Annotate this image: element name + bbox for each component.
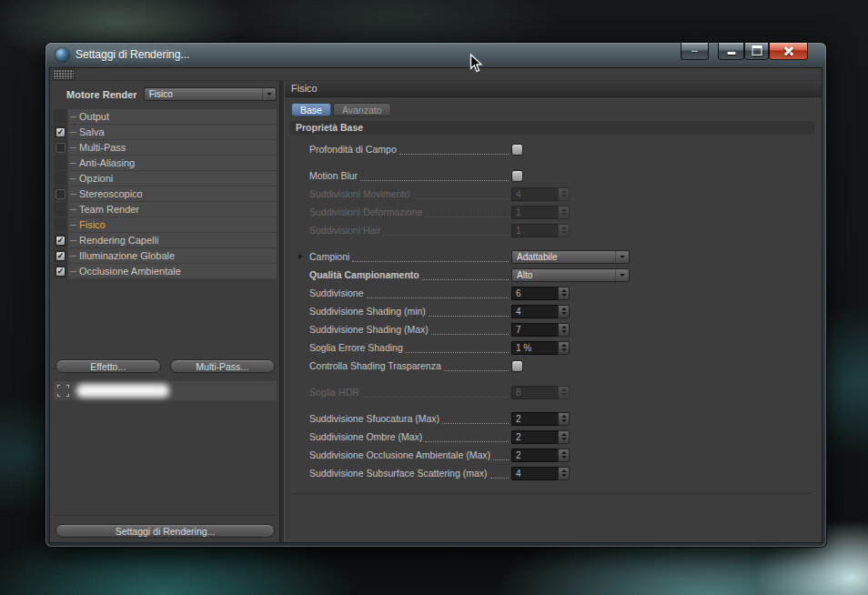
checked-checkbox[interactable]: ✓	[54, 125, 67, 139]
campioni-dropdown[interactable]: Adattabile	[511, 250, 630, 264]
param-row-profondita-di-campo: Profondità di Campo	[289, 140, 814, 158]
spinner-arrows-icon[interactable]	[558, 187, 570, 201]
param-label: Soglia Errore Shading	[309, 342, 403, 353]
param-label: Suddivisione Subsurface Scattering (max)	[309, 468, 488, 479]
suddivisioni-movimento-value-field[interactable]: 4	[511, 187, 558, 201]
suddivisioni-hair-value-field[interactable]: 1	[511, 224, 558, 237]
render-settings-button[interactable]: Settaggi di Rendering...	[56, 524, 275, 538]
checked-checkbox[interactable]: ✓	[54, 233, 67, 247]
tree-item-illuminazione-globale[interactable]: ✓Illuminazione Globale	[54, 248, 277, 263]
preset-row[interactable]	[54, 381, 277, 400]
spinner-arrows-icon[interactable]	[558, 323, 570, 337]
tree-item-stereoscopico[interactable]: Stereoscopico	[54, 187, 277, 201]
spinner-arrows-icon[interactable]	[558, 412, 570, 426]
tab-base[interactable]: Base	[291, 103, 331, 116]
suddivisioni-movimento-spinner: 4	[511, 187, 570, 201]
minimize-button[interactable]	[718, 43, 744, 60]
tab-avanzato[interactable]: Avanzato	[333, 103, 391, 116]
param-label: Suddivisione Ombre (Max)	[309, 431, 422, 442]
tree-checkbox-cell	[54, 109, 67, 124]
suddivisioni-deformazione-value-field[interactable]: 1	[511, 206, 558, 219]
spinner-arrows-icon[interactable]	[558, 287, 570, 300]
param-row-suddivisioni-deformazione: Suddivisioni Deformazione1	[289, 203, 814, 221]
spinner-arrows-icon[interactable]	[558, 386, 570, 399]
tree-item-fisico[interactable]: Fisico	[54, 217, 277, 232]
qualita-campionamento-dropdown[interactable]: Alto	[511, 268, 630, 282]
checked-checkbox[interactable]: ✓	[54, 264, 67, 278]
suddivisione-ombre-max-value-field[interactable]: 2	[511, 430, 558, 444]
tree-item-salva[interactable]: ✓Salva	[54, 125, 277, 139]
window-title: Settaggi di Rendering...	[76, 48, 189, 61]
suddivisione-ombre-max-spinner: 2	[511, 430, 570, 444]
soglia-errore-shading-spinner: 1 %	[511, 341, 570, 355]
tree-item-rendering-capelli[interactable]: ✓Rendering Capelli	[54, 233, 277, 247]
tree-item-multi-pass[interactable]: Multi-Pass	[54, 140, 277, 155]
tree-item-output[interactable]: Output	[54, 109, 277, 124]
suddivisione-subsurface-scattering-max-value-field[interactable]: 4	[511, 467, 558, 480]
spacer	[54, 279, 277, 359]
mouse-cursor	[469, 54, 483, 77]
suddivisione-value-field[interactable]: 6	[511, 287, 558, 300]
param-row-suddivisioni-hair: Suddivisioni Hair1	[289, 221, 814, 239]
suddivisione-occlusione-ambientale-max-value-field[interactable]: 2	[511, 449, 558, 462]
title-bar[interactable]: Settaggi di Rendering...	[45, 43, 826, 67]
render-engine-dropdown[interactable]: Fisico	[144, 87, 277, 101]
expander-triangle-icon[interactable]	[298, 254, 303, 259]
right-panel-body: Base Avanzato Proprietà Base Profondità …	[285, 97, 822, 542]
param-row-soglia-errore-shading: Soglia Errore Shading1 %	[289, 338, 814, 357]
param-row-suddivisione-occlusione-ambientale-max: Suddivisione Occlusione Ambientale (Max)…	[289, 446, 814, 464]
unchecked-checkbox[interactable]	[54, 187, 67, 201]
param-label: Profondità di Campo	[309, 144, 397, 155]
effect-button[interactable]: Effetto...	[56, 359, 161, 373]
spinner-arrows-icon[interactable]	[558, 341, 570, 355]
app-icon	[56, 48, 69, 62]
tree-item-label: Opzioni	[68, 171, 277, 186]
suddivisione-shading-min-spinner: 4	[511, 305, 570, 318]
dotted-leader	[442, 414, 509, 424]
soglia-errore-shading-value-field[interactable]: 1 %	[511, 341, 558, 355]
controlla-shading-trasparenza-checkbox[interactable]	[511, 360, 523, 372]
suddivisione-shading-max-value-field[interactable]: 7	[511, 323, 558, 337]
motion-blur-checkbox[interactable]	[511, 170, 523, 182]
maximize-button[interactable]	[744, 43, 769, 60]
dialog-content: Motore Render Fisico Output✓SalvaMulti-P…	[49, 67, 823, 543]
param-label: Suddivisioni Hair	[309, 225, 380, 236]
suddivisione-sfuocatura-max-value-field[interactable]: 2	[511, 412, 558, 426]
spinner-arrows-icon[interactable]	[558, 449, 570, 462]
param-label: Suddivisioni Movimento	[309, 188, 409, 199]
spinner-arrows-icon[interactable]	[558, 430, 570, 444]
tree-item-label: Rendering Capelli	[68, 233, 277, 247]
close-button[interactable]	[769, 43, 808, 60]
param-row-soglia-hdr: Soglia HDR8	[289, 383, 814, 401]
soglia-hdr-value-field[interactable]: 8	[511, 386, 558, 399]
tree-item-label: Multi-Pass	[68, 140, 277, 155]
spinner-arrows-icon[interactable]	[558, 224, 570, 237]
param-label: Qualità Campionamento	[309, 269, 419, 280]
dotted-leader	[490, 469, 509, 479]
tree-item-label: Occlusione Ambientale	[68, 264, 277, 278]
param-row-suddivisione-subsurface-scattering-max: Suddivisione Subsurface Scattering (max)…	[289, 464, 814, 482]
tree-item-anti-aliasing[interactable]: Anti-Aliasing	[54, 156, 277, 170]
expand-button[interactable]	[681, 43, 709, 60]
param-row-qualita-campionamento: Qualità CampionamentoAlto	[289, 266, 814, 284]
param-row-suddivisione: Suddivisione6	[289, 284, 814, 302]
qualita-campionamento-dropdown-value: Alto	[512, 270, 615, 280]
tree-item-opzioni[interactable]: Opzioni	[54, 171, 277, 186]
tree-item-team-render[interactable]: Team Render	[54, 202, 277, 217]
unchecked-checkbox[interactable]	[54, 140, 67, 155]
suddivisione-shading-min-value-field[interactable]: 4	[511, 305, 558, 318]
spinner-arrows-icon[interactable]	[558, 467, 570, 480]
spinner-arrows-icon[interactable]	[558, 206, 570, 219]
empty-checkbox-icon	[56, 143, 66, 153]
dotted-leader	[362, 388, 509, 398]
param-label: Suddivisione Shading (min)	[309, 306, 426, 317]
grip-handle-icon[interactable]	[53, 69, 75, 80]
profondita-di-campo-checkbox[interactable]	[511, 144, 523, 156]
param-row-suddivisione-shading-max: Suddivisione Shading (Max)7	[289, 320, 814, 338]
render-engine-value: Fisico	[145, 89, 262, 99]
checked-checkbox[interactable]: ✓	[54, 248, 67, 263]
tree-item-occlusione-ambientale[interactable]: ✓Occlusione Ambientale	[54, 264, 277, 278]
multipass-button[interactable]: Multi-Pass...	[170, 359, 276, 373]
spinner-arrows-icon[interactable]	[558, 305, 570, 318]
suddivisione-shading-max-spinner: 7	[511, 323, 570, 337]
